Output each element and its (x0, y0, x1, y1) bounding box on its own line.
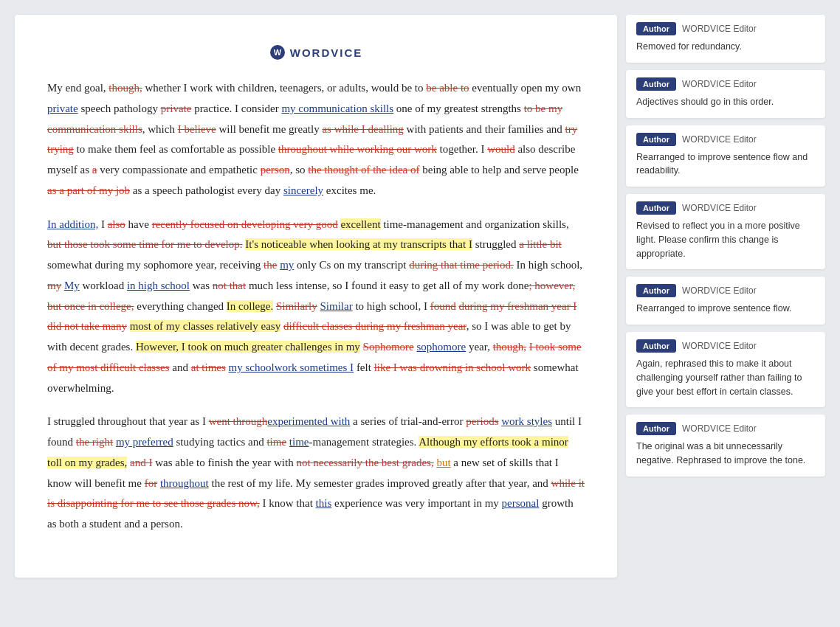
insertion: sophomore (417, 341, 467, 353)
insertion: my schoolwork sometimes I (229, 361, 354, 373)
author-badge-3: Author (636, 133, 676, 146)
deletion: like I was drowning in school work (374, 361, 531, 373)
deletion: would (487, 143, 515, 155)
insertion: Similar (320, 300, 353, 312)
comment-header-3: Author WORDVICE Editor (636, 133, 815, 146)
deletion: and I (130, 457, 152, 468)
deletion: at times (191, 361, 226, 373)
deletion: found (430, 300, 456, 312)
comment-card-3: Author WORDVICE Editor Rearranged to imp… (626, 125, 825, 187)
deletion: I believe (178, 123, 216, 135)
deletion: the (264, 259, 277, 271)
deletion: ; however, (529, 280, 575, 291)
highlight: most of my classes relatively easy (130, 320, 281, 332)
deletion: Similarly (276, 300, 317, 312)
deletion: my (47, 280, 61, 291)
deletion: not necessarily the best grades, (296, 457, 433, 468)
deletion: person (261, 164, 290, 176)
main-container: W WORDVICE My end goal, though, whether … (15, 15, 825, 578)
deletion: also (108, 218, 125, 230)
insertion: in high school (127, 280, 190, 291)
comment-card-7: Author WORDVICE Editor The original was … (626, 415, 825, 477)
comment-text-3: Rearranged to improve sentence flow and … (636, 150, 815, 179)
author-badge-6: Author (636, 339, 676, 353)
highlight: However, I took on much greater challeng… (136, 341, 360, 353)
author-badge-5: Author (636, 284, 676, 297)
insertion: In addition, (47, 218, 98, 230)
insertion: personal (502, 497, 540, 509)
insertion: time (289, 436, 309, 448)
deletion: went through (209, 415, 268, 427)
comment-card-1: Author WORDVICE Editor Removed for redun… (626, 15, 825, 63)
deletion: though, (109, 82, 142, 94)
insertion: experimented with (267, 415, 350, 427)
editor-label-1: WORDVICE Editor (682, 24, 757, 34)
comments-panel: Author WORDVICE Editor Removed for redun… (626, 15, 825, 578)
insertion: My (64, 280, 80, 291)
deletion: Sophomore (363, 341, 414, 353)
deletion: not that (213, 280, 246, 291)
deletion: a little bit (519, 238, 562, 250)
comment-header-2: Author WORDVICE Editor (636, 77, 815, 91)
insertion: throughout (160, 477, 209, 489)
svg-text:W: W (274, 48, 282, 57)
comment-header-5: Author WORDVICE Editor (636, 284, 815, 297)
editor-label-4: WORDVICE Editor (682, 203, 757, 213)
author-badge-1: Author (636, 22, 676, 35)
comment-header-7: Author WORDVICE Editor (636, 422, 815, 435)
logo-text: WORDVICE (290, 46, 363, 59)
paragraph-3: I struggled throughout that year as I we… (47, 412, 585, 535)
deletion: difficult classes during my freshman yea… (283, 320, 467, 332)
comment-text-5: Rearranged to improve sentence flow. (636, 302, 815, 316)
deletion: but those took some time for me to devel… (47, 238, 243, 250)
wordvice-logo-icon: W (269, 44, 286, 60)
comment-card-5: Author WORDVICE Editor Rearranged to imp… (626, 277, 825, 325)
insertion-amber: but (436, 457, 450, 468)
comment-text-1: Removed for redundancy. (636, 40, 815, 54)
deletion: though, (493, 341, 526, 353)
deletion: private (161, 103, 192, 114)
deletion: as while I dealling (322, 123, 403, 135)
insertion: sincerely (283, 184, 323, 196)
deletion: during that time period. (409, 259, 514, 271)
editor-label-2: WORDVICE Editor (682, 79, 757, 89)
comment-header-6: Author WORDVICE Editor (636, 339, 815, 353)
comment-text-7: The original was a bit unnecessarily neg… (636, 440, 815, 468)
editor-label-5: WORDVICE Editor (682, 285, 757, 296)
deletion: the thought of the idea of (308, 164, 419, 176)
deletion: be able to (426, 82, 469, 94)
deletion: time (266, 436, 286, 448)
document-text: My end goal, though, whether I work with… (47, 78, 585, 535)
wordvice-logo: W WORDVICE (47, 44, 585, 60)
comment-card-4: Author WORDVICE Editor Revised to reflec… (626, 194, 825, 269)
comment-card-2: Author WORDVICE Editor Adjectives should… (626, 70, 825, 118)
paragraph-2: In addition, I also have recently focuse… (47, 215, 585, 399)
comment-text-4: Revised to reflect you in a more positiv… (636, 219, 815, 260)
deletion: but once in college, (47, 300, 134, 312)
highlight: excellent (340, 218, 380, 230)
deletion: throughout while working our work (278, 143, 437, 155)
deletion: a (92, 164, 97, 176)
comment-text-2: Adjectives should go in this order. (636, 95, 815, 109)
deletion: for (145, 477, 158, 489)
document-panel: W WORDVICE My end goal, though, whether … (15, 15, 617, 578)
insertion: my communication skills (281, 103, 393, 114)
insertion: this (316, 497, 332, 509)
deletion: recently focused on developing very good (152, 218, 338, 230)
editor-label-3: WORDVICE Editor (682, 134, 757, 145)
author-badge-7: Author (636, 422, 676, 435)
deletion: periods (466, 415, 498, 427)
highlight: It's noticeable when looking at my trans… (245, 238, 472, 250)
comment-card-6: Author WORDVICE Editor Again, rephrased … (626, 332, 825, 407)
author-badge-2: Author (636, 77, 676, 91)
insertion: my (280, 259, 294, 271)
editor-label-7: WORDVICE Editor (682, 423, 757, 434)
comment-text-6: Again, rephrased this to make it about c… (636, 357, 815, 398)
editor-label-6: WORDVICE Editor (682, 341, 757, 351)
insertion: work styles (501, 415, 552, 427)
deletion: the right (76, 436, 113, 448)
highlight: In college. (227, 300, 273, 312)
paragraph-1: My end goal, though, whether I work with… (47, 78, 585, 201)
comment-header-4: Author WORDVICE Editor (636, 201, 815, 215)
deletion: as a part of my job (47, 184, 130, 196)
